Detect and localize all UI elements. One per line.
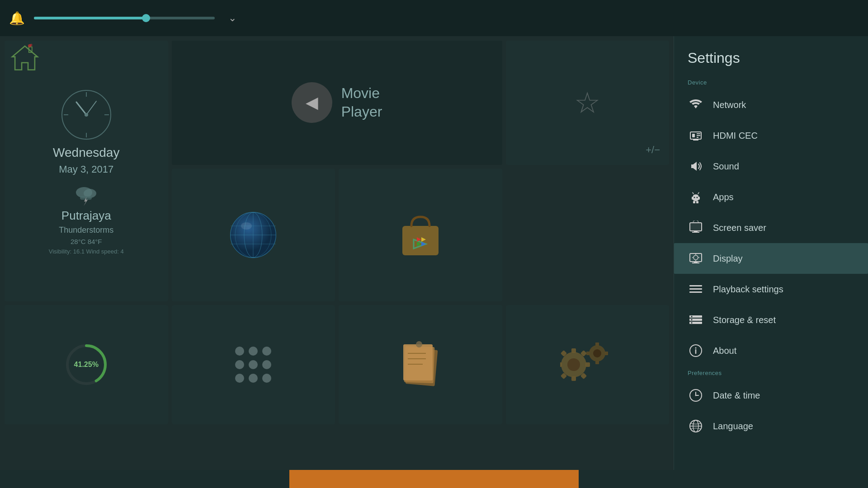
settings-sidebar: Settings Device Network [674, 36, 868, 470]
dot [262, 360, 271, 369]
svg-point-94 [695, 347, 697, 349]
weather-icon [73, 183, 100, 206]
svg-line-10 [86, 101, 96, 115]
weather-section: Putrajaya Thunderstorms 28°C 84°F Visibi… [49, 183, 124, 255]
svg-point-51 [593, 349, 601, 357]
display-icon [688, 250, 704, 267]
svg-point-66 [697, 197, 698, 198]
svg-point-41 [567, 358, 580, 371]
svg-line-67 [693, 192, 693, 194]
svg-rect-69 [693, 201, 695, 203]
home-icon [9, 43, 41, 75]
sound-label: Sound [713, 161, 739, 172]
storage-reset-icon [688, 312, 704, 328]
about-icon [688, 343, 704, 359]
svg-point-89 [691, 316, 693, 317]
bottom-button-left[interactable] [0, 470, 289, 488]
favorite-tile[interactable]: ☆ +/− [506, 41, 670, 165]
svg-point-91 [691, 322, 693, 324]
network-label: Network [713, 100, 746, 110]
settings-item-sound[interactable]: Sound [674, 151, 868, 182]
settings-item-storage-reset[interactable]: Storage & reset [674, 305, 868, 335]
playback-settings-label: Playback settings [713, 284, 783, 295]
notes-icon [398, 340, 443, 389]
clock-weather-tile[interactable]: Wednesday May 3, 2017 Putrajaya Thunders… [5, 41, 168, 301]
apps-label: Apps [713, 192, 734, 202]
clock-day: Wednesday [53, 145, 119, 160]
bottom-bar [0, 470, 868, 488]
screen-saver-label: Screen saver [713, 223, 766, 233]
dot [235, 347, 244, 356]
settings-item-display[interactable]: Display [674, 243, 868, 274]
device-section-label: Device [674, 75, 868, 89]
volume-thumb[interactable] [142, 14, 150, 22]
gears-icon [560, 340, 614, 389]
star-icon: ☆ [574, 86, 600, 120]
settings-item-date-time[interactable]: Date & time [674, 380, 868, 411]
browser-tile[interactable] [172, 169, 335, 302]
storage-reset-label: Storage & reset [713, 315, 776, 325]
progress-label: 41.25% [74, 361, 99, 369]
date-time-label: Date & time [713, 390, 760, 401]
dot [262, 347, 271, 356]
movie-play-button[interactable]: ◀ [292, 82, 332, 123]
svg-point-98 [695, 395, 697, 396]
svg-rect-64 [698, 197, 700, 200]
svg-rect-70 [696, 201, 698, 203]
svg-rect-83 [689, 285, 702, 286]
svg-line-9 [76, 102, 86, 115]
gears-tile[interactable] [506, 305, 670, 424]
hdmi-cec-icon [688, 127, 704, 144]
svg-rect-55 [586, 352, 590, 355]
playback-settings-icon [688, 281, 704, 297]
volume-slider[interactable] [34, 17, 215, 19]
date-time-icon [688, 387, 704, 404]
screen-saver-icon [688, 220, 704, 236]
svg-rect-52 [595, 343, 599, 346]
settings-item-about[interactable]: About [674, 335, 868, 366]
preferences-section-label: Preferences [674, 366, 868, 380]
dot [249, 360, 258, 369]
clock-date: May 3, 2017 [59, 164, 113, 175]
settings-item-playback[interactable]: Playback settings [674, 274, 868, 305]
svg-marker-0 [12, 46, 38, 70]
svg-rect-61 [693, 139, 698, 141]
chevron-down-icon[interactable]: ⌄ [228, 12, 236, 24]
svg-rect-84 [689, 288, 702, 290]
about-label: About [713, 346, 736, 356]
svg-rect-44 [585, 362, 590, 367]
percent-tile[interactable]: 41.25% [5, 305, 168, 424]
svg-rect-25 [402, 226, 439, 255]
movie-player-tile[interactable]: ◀ MoviePlayer [172, 41, 502, 165]
store-tile[interactable] [339, 169, 502, 302]
svg-rect-63 [692, 197, 693, 200]
svg-rect-42 [571, 348, 576, 353]
settings-item-network[interactable]: Network [674, 89, 868, 120]
svg-point-11 [85, 113, 88, 117]
store-bag-icon [398, 210, 443, 260]
svg-rect-72 [690, 223, 702, 231]
settings-item-screen-saver[interactable]: Screen saver [674, 212, 868, 243]
settings-item-hdmi-cec[interactable]: HDMI CEC [674, 120, 868, 151]
bottom-button-center[interactable] [289, 470, 579, 488]
svg-rect-35 [403, 344, 433, 380]
top-bar: 🔔 ⌄ [0, 0, 868, 36]
home-widget[interactable] [5, 41, 45, 77]
settings-item-language[interactable]: Language [674, 411, 868, 441]
bottom-button-right[interactable] [579, 470, 868, 488]
bell-icon[interactable]: 🔔 [9, 11, 25, 26]
notes-tile[interactable] [339, 305, 502, 424]
svg-rect-45 [560, 362, 562, 367]
globe-icon [228, 210, 278, 260]
dot [235, 360, 244, 369]
weather-condition: Thunderstorms [59, 225, 113, 235]
settings-item-apps[interactable]: Apps [674, 182, 868, 212]
svg-line-68 [698, 192, 699, 194]
dots-tile[interactable] [172, 305, 335, 424]
svg-point-90 [691, 319, 693, 320]
dot [249, 374, 258, 383]
svg-point-76 [693, 255, 698, 260]
svg-rect-53 [595, 361, 599, 364]
content-area: Wednesday May 3, 2017 Putrajaya Thunders… [0, 36, 674, 470]
dot [235, 374, 244, 383]
